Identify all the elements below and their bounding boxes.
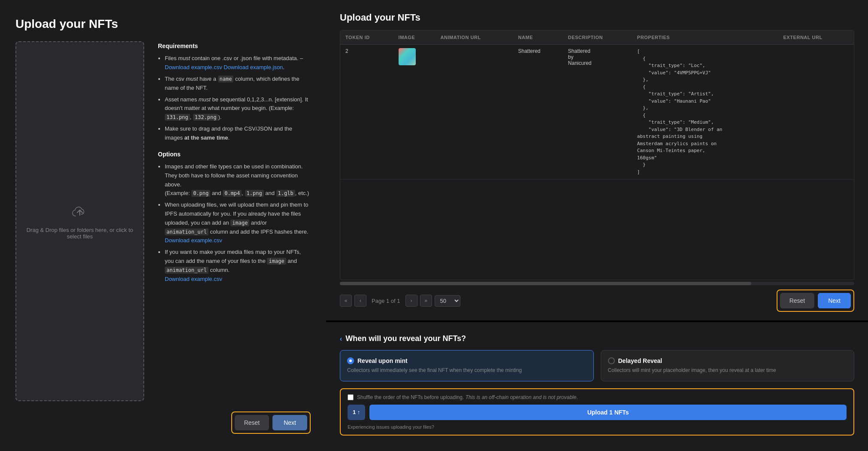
reveal-upon-mint-label: Reveal upon mint	[357, 357, 408, 364]
col-description: DESCRIPTION	[563, 30, 632, 45]
req-item-2: The csv must have a name column, which d…	[165, 75, 311, 93]
delayed-reveal-label: Delayed Reveal	[618, 357, 662, 364]
req-item-1: Files must contain one .csv or .json fil…	[165, 54, 311, 72]
opt-item-2: When uploading files, we will upload the…	[165, 201, 311, 245]
page-info: Page 1 of 1	[372, 298, 400, 304]
reveal-upon-mint-header: Reveal upon mint	[347, 357, 587, 364]
cell-animation-url	[435, 45, 513, 180]
pagination-next[interactable]: ›	[405, 295, 417, 307]
col-name: NAME	[513, 30, 563, 45]
nft-table-container[interactable]: TOKEN ID IMAGE ANIMATION URL NAME DESCRI…	[340, 30, 854, 280]
reveal-upon-mint-option[interactable]: Reveal upon mint Collectors will immedia…	[340, 350, 594, 381]
delayed-reveal-header: Delayed Reveal	[608, 357, 847, 364]
nft-table: TOKEN ID IMAGE ANIMATION URL NAME DESCRI…	[340, 30, 854, 180]
right-panels: Upload your NFTs TOKEN ID IMAGE ANIMATIO…	[326, 0, 868, 451]
req-item-3: Asset names must be sequential 0,1,2,3..…	[165, 95, 311, 122]
requirements-heading: Requirements	[158, 41, 311, 51]
left-next-button[interactable]: Next	[272, 415, 307, 430]
right-bottom-panel: ‹ When will you reveal your NFTs? Reveal…	[326, 322, 868, 451]
upload-content: Drag & Drop files or folders here, or cl…	[15, 41, 311, 401]
pagination-last[interactable]: »	[420, 295, 432, 307]
opt-item-1: Images and other file types can be used …	[165, 162, 311, 198]
left-reset-button[interactable]: Reset	[235, 415, 269, 430]
requirements-section: Requirements Files must contain one .csv…	[158, 41, 311, 401]
cell-description: ShatteredbyNanicured	[563, 45, 632, 180]
cell-name: Shattered	[513, 45, 563, 180]
upload-nfts-button[interactable]: Upload 1 NFTs	[369, 405, 847, 420]
download-csv-link-2[interactable]: Download example.csv	[165, 237, 222, 244]
drop-zone[interactable]: Drag & Drop files or folders here, or cl…	[15, 41, 144, 401]
reveal-upon-mint-radio	[347, 357, 354, 364]
cell-external-url	[778, 45, 854, 180]
shuffle-label: Shuffle the order of the NFTs before upl…	[357, 394, 578, 400]
table-action-highlight: Reset Next	[777, 289, 854, 312]
table-action-buttons: Reset Next	[777, 289, 854, 312]
delayed-reveal-radio	[608, 357, 615, 364]
download-json-link[interactable]: Download example.json	[224, 64, 283, 70]
drop-zone-text: Drag & Drop files or folders here, or cl…	[25, 227, 135, 240]
col-animation-url: ANIMATION URL	[435, 30, 513, 45]
table-row: 2 Shattered ShatteredbyNanicured [ { "tr…	[340, 45, 854, 180]
opt-item-3: If you want to make your media files map…	[165, 248, 311, 283]
left-action-highlight: Reset Next	[231, 411, 311, 434]
per-page-select[interactable]: 50 25 100	[435, 295, 460, 307]
properties-json: [ { "trait_type": "Loc", "value": "4VMP5…	[637, 48, 773, 176]
cell-properties: [ { "trait_type": "Loc", "value": "4VMP5…	[632, 45, 778, 180]
pagination-first[interactable]: «	[340, 295, 352, 307]
pagination-controls: « ‹ Page 1 of 1 › » 50 25 100	[340, 295, 460, 307]
nft-thumbnail	[399, 48, 416, 65]
back-arrow-icon[interactable]: ‹	[340, 335, 342, 343]
left-panel-buttons: Reset Next	[15, 411, 311, 434]
table-footer: « ‹ Page 1 of 1 › » 50 25 100 Reset Next	[340, 285, 854, 312]
reveal-upon-mint-desc: Collectors will immediately see the fina…	[347, 367, 587, 374]
left-panel-title: Upload your NFTs	[15, 17, 311, 31]
upload-section: Shuffle the order of the NFTs before upl…	[340, 388, 854, 436]
right-top-next-button[interactable]: Next	[818, 293, 851, 308]
table-scrollbar[interactable]	[340, 282, 854, 285]
reveal-options: Reveal upon mint Collectors will immedia…	[340, 350, 854, 381]
cell-image	[393, 45, 436, 180]
requirements-list: Files must contain one .csv or .json fil…	[158, 54, 311, 142]
table-header-row: TOKEN ID IMAGE ANIMATION URL NAME DESCRI…	[340, 30, 854, 45]
shuffle-row: Shuffle the order of the NFTs before upl…	[348, 394, 847, 400]
right-top-title: Upload your NFTs	[340, 12, 854, 23]
download-csv-link-3[interactable]: Download example.csv	[165, 276, 222, 282]
issues-link: Experiencing issues uploading your files…	[348, 424, 847, 430]
scrollbar-thumb	[340, 282, 751, 285]
right-top-reset-button[interactable]: Reset	[780, 293, 815, 308]
right-top-panel: Upload your NFTs TOKEN ID IMAGE ANIMATIO…	[326, 0, 868, 322]
req-item-4: Make sure to drag and drop the CSV/JSON …	[165, 125, 311, 143]
col-image: IMAGE	[393, 30, 436, 45]
col-token-id: TOKEN ID	[340, 30, 393, 45]
delayed-reveal-desc: Collectors will mint your placeholder im…	[608, 367, 847, 374]
options-heading: Options	[158, 149, 311, 159]
col-external-url: EXTERNAL URL	[778, 30, 854, 45]
reveal-title: When will you reveal your NFTs?	[345, 334, 466, 343]
options-list: Images and other file types can be used …	[158, 162, 311, 283]
upload-count-badge: 1 ↑	[348, 405, 365, 420]
upload-button-row: 1 ↑ Upload 1 NFTs	[348, 405, 847, 420]
shuffle-checkbox[interactable]	[348, 394, 354, 400]
cell-token-id: 2	[340, 45, 393, 180]
upload-icon	[71, 203, 88, 222]
delayed-reveal-option[interactable]: Delayed Reveal Collectors will mint your…	[601, 350, 855, 381]
reveal-header: ‹ When will you reveal your NFTs?	[340, 334, 854, 343]
download-csv-link-1[interactable]: Download example.csv	[165, 64, 222, 70]
pagination-prev[interactable]: ‹	[354, 295, 366, 307]
col-properties: PROPERTIES	[632, 30, 778, 45]
left-panel: Upload your NFTs Drag & Drop files or fo…	[0, 0, 326, 451]
